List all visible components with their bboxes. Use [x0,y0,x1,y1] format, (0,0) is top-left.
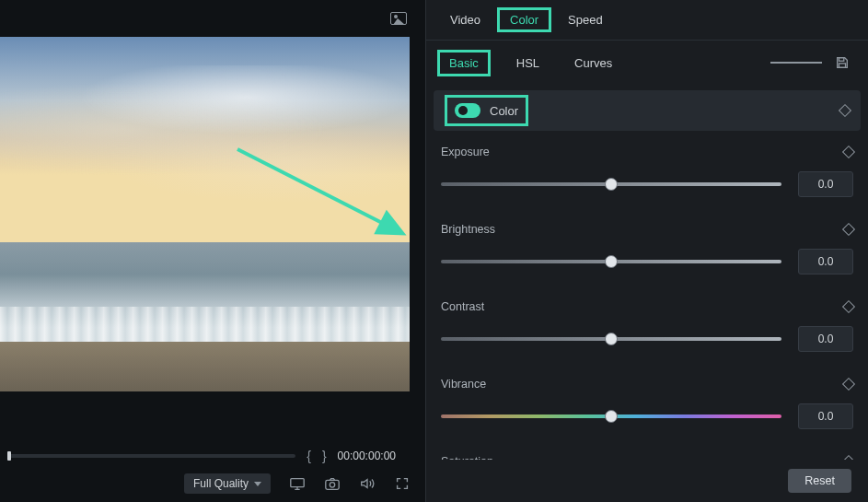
video-frame [0,37,410,391]
keyframe-icon[interactable] [842,455,855,460]
picture-icon[interactable] [390,12,407,25]
slider-thumb[interactable] [605,333,618,345]
color-toggle-highlight: Color [445,95,528,126]
display-icon[interactable] [289,475,306,492]
properties-panel: Video Color Speed Basic HSL Curves Color… [425,0,868,502]
contrast-group: Contrast 0.0 [441,300,853,352]
tab-video[interactable]: Video [437,7,493,32]
contrast-label: Contrast [441,300,484,313]
exposure-slider[interactable] [441,182,781,186]
preview-controls: Full Quality [0,465,425,502]
brightness-value[interactable]: 0.0 [798,249,853,274]
subtab-curves[interactable]: Curves [565,53,621,74]
slider-thumb[interactable] [605,255,618,268]
mark-in-icon[interactable]: { [307,449,311,463]
keyframe-icon[interactable] [842,300,855,313]
color-section-header: Color [434,90,861,131]
snapshot-icon[interactable] [324,475,341,492]
vibrance-group: Vibrance 0.0 [441,378,853,429]
quality-label: Full Quality [193,477,249,490]
video-preview[interactable] [0,37,425,439]
preview-header [0,0,425,37]
vibrance-label: Vibrance [441,378,486,391]
keyframe-icon[interactable] [842,378,855,391]
timeline: { } 00:00:00:00 [0,447,425,465]
slider-thumb[interactable] [605,410,618,423]
svg-rect-4 [839,64,845,67]
mark-out-icon[interactable]: } [322,449,327,463]
exposure-group: Exposure 0.0 [441,146,853,197]
vibrance-value[interactable]: 0.0 [798,403,853,429]
slider-thumb[interactable] [605,178,618,191]
preview-beach [0,342,410,391]
contrast-value[interactable]: 0.0 [798,326,853,352]
preview-clouds [0,65,410,225]
contrast-slider[interactable] [441,337,781,341]
keyframe-icon[interactable] [842,223,855,236]
reset-button[interactable]: Reset [788,469,851,493]
top-tabs: Video Color Speed [426,0,868,41]
brightness-group: Brightness 0.0 [441,223,853,274]
svg-rect-1 [326,480,339,489]
preview-waves [0,307,410,343]
vibrance-slider[interactable] [441,414,781,418]
chevron-down-icon [254,482,261,486]
svg-point-2 [330,483,334,487]
sub-tabs: Basic HSL Curves [426,41,868,85]
tab-color[interactable]: Color [497,7,551,32]
save-underline [770,62,822,64]
color-section-label: Color [490,104,518,118]
subtab-basic[interactable]: Basic [437,50,491,76]
brightness-label: Brightness [441,223,495,236]
svg-rect-0 [291,479,304,487]
exposure-value[interactable]: 0.0 [798,171,853,197]
keyframe-icon[interactable] [839,104,851,117]
timecode: 00:00:00:00 [338,449,396,462]
brightness-slider[interactable] [441,260,781,263]
fullscreen-icon[interactable] [394,475,411,492]
exposure-label: Exposure [441,146,490,158]
panel-footer: Reset [426,460,868,502]
svg-rect-3 [839,58,843,62]
preview-panel: { } 00:00:00:00 Full Quality [0,0,425,502]
color-toggle[interactable] [455,103,480,118]
keyframe-icon[interactable] [842,146,855,158]
scrubber-track[interactable] [7,454,295,458]
sliders-container: Exposure 0.0 Brightness 0.0 Contrast [426,131,868,460]
volume-icon[interactable] [359,475,376,492]
save-icon[interactable] [835,55,850,70]
tab-speed[interactable]: Speed [555,7,616,32]
subtab-hsl[interactable]: HSL [507,53,549,74]
quality-dropdown[interactable]: Full Quality [184,473,271,494]
save-preset-area [770,55,857,70]
